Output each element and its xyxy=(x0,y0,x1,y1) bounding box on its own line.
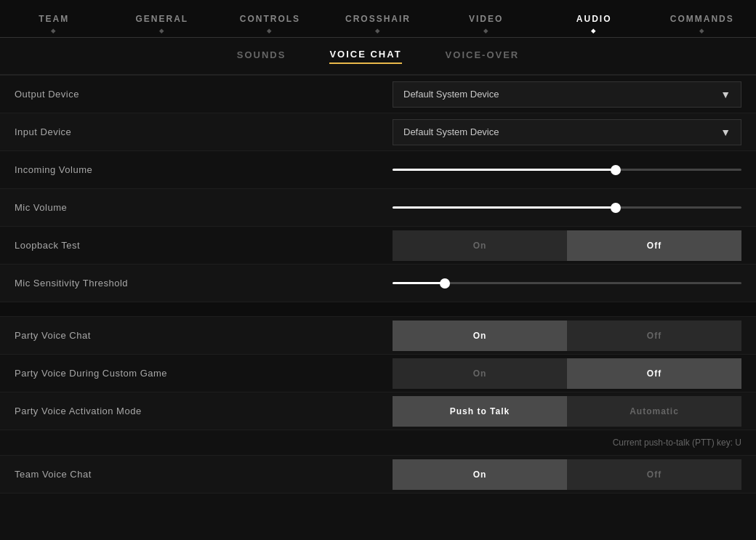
nav-item-team[interactable]: TEAM xyxy=(0,0,108,37)
mic-volume-track xyxy=(393,206,741,209)
nav-item-crosshair[interactable]: CROSSHAIR xyxy=(324,0,433,37)
mic-volume-thumb[interactable] xyxy=(611,203,621,213)
nav-item-general[interactable]: GENERAL xyxy=(108,0,217,37)
output-device-control: Default System Device ▼ xyxy=(393,81,741,108)
party-voice-chat-on-button[interactable]: On xyxy=(393,321,567,351)
party-voice-custom-game-label: Party Voice During Custom Game xyxy=(15,368,393,379)
team-voice-chat-control: On Off xyxy=(393,459,741,490)
ptt-note-row: Current push-to-talk (PTT) key: U xyxy=(0,430,756,456)
party-voice-chat-row: Party Voice Chat On Off xyxy=(0,317,756,355)
output-device-dropdown[interactable]: Default System Device ▼ xyxy=(393,81,741,108)
nav-item-controls[interactable]: CONTROLS xyxy=(216,0,324,37)
party-voice-custom-game-control: On Off xyxy=(393,358,741,389)
automatic-button[interactable]: Automatic xyxy=(567,396,741,427)
loopback-toggle-pair: On Off xyxy=(393,230,741,261)
mic-sensitivity-fill xyxy=(393,282,445,284)
party-voice-custom-game-row: Party Voice During Custom Game On Off xyxy=(0,355,756,392)
party-voice-custom-game-off-button[interactable]: Off xyxy=(567,358,741,389)
section-divider xyxy=(0,302,756,317)
mic-sensitivity-label: Mic Sensitivity Threshold xyxy=(15,278,393,289)
party-voice-chat-label: Party Voice Chat xyxy=(15,330,393,341)
input-device-control: Default System Device ▼ xyxy=(393,119,741,145)
dropdown-arrow-icon-2: ▼ xyxy=(720,126,731,138)
subnav-sounds[interactable]: SOUNDS xyxy=(237,49,286,63)
party-voice-chat-off-button[interactable]: Off xyxy=(567,321,741,351)
input-device-dropdown[interactable]: Default System Device ▼ xyxy=(393,119,741,145)
input-device-value: Default System Device xyxy=(403,126,499,137)
party-voice-activation-row: Party Voice Activation Mode Push to Talk… xyxy=(0,392,756,430)
mic-sensitivity-row: Mic Sensitivity Threshold xyxy=(0,265,756,302)
team-voice-chat-label: Team Voice Chat xyxy=(15,469,393,480)
subnav-voice-over[interactable]: VOICE-OVER xyxy=(446,49,520,63)
input-device-row: Input Device Default System Device ▼ xyxy=(0,113,756,151)
incoming-volume-row: Incoming Volume xyxy=(0,151,756,189)
party-voice-custom-game-on-button[interactable]: On xyxy=(393,358,567,389)
subnav-voice-chat[interactable]: VOICE CHAT xyxy=(329,49,401,64)
loopback-off-button[interactable]: Off xyxy=(567,230,741,261)
incoming-volume-thumb[interactable] xyxy=(611,165,621,175)
incoming-volume-track xyxy=(393,169,741,171)
output-device-value: Default System Device xyxy=(403,89,499,100)
party-voice-chat-toggle-pair: On Off xyxy=(393,321,741,351)
incoming-volume-label: Incoming Volume xyxy=(15,164,393,175)
team-voice-chat-on-button[interactable]: On xyxy=(393,459,567,490)
nav-item-video[interactable]: VIDEO xyxy=(432,0,540,37)
top-navigation: TEAM GENERAL CONTROLS CROSSHAIR VIDEO AU… xyxy=(0,0,756,38)
loopback-on-button[interactable]: On xyxy=(393,230,567,261)
mic-volume-label: Mic Volume xyxy=(15,202,393,213)
loopback-test-label: Loopback Test xyxy=(15,240,393,251)
input-device-label: Input Device xyxy=(15,126,393,137)
sub-navigation: SOUNDS VOICE CHAT VOICE-OVER xyxy=(0,38,756,76)
nav-item-audio[interactable]: AUDIO xyxy=(540,0,648,37)
mic-volume-fill xyxy=(393,206,616,209)
mic-volume-row: Mic Volume xyxy=(0,189,756,227)
incoming-volume-control xyxy=(393,163,741,177)
party-voice-activation-control: Push to Talk Automatic xyxy=(393,396,741,427)
dropdown-arrow-icon: ▼ xyxy=(720,89,731,100)
party-voice-custom-game-toggle-pair: On Off xyxy=(393,358,741,389)
mic-sensitivity-track xyxy=(393,282,741,284)
mic-volume-slider[interactable] xyxy=(393,201,741,215)
team-voice-chat-toggle-pair: On Off xyxy=(393,459,741,490)
push-to-talk-button[interactable]: Push to Talk xyxy=(393,396,567,427)
team-voice-chat-row: Team Voice Chat On Off xyxy=(0,456,756,493)
loopback-test-row: Loopback Test On Off xyxy=(0,227,756,265)
mic-sensitivity-thumb[interactable] xyxy=(440,278,450,289)
mic-sensitivity-control xyxy=(393,276,741,291)
team-voice-chat-off-button[interactable]: Off xyxy=(567,459,741,490)
settings-content: Output Device Default System Device ▼ In… xyxy=(0,76,756,493)
mic-sensitivity-slider[interactable] xyxy=(393,276,741,291)
party-voice-chat-control: On Off xyxy=(393,321,741,351)
nav-item-commands[interactable]: COMMANDS xyxy=(648,0,756,37)
incoming-volume-slider[interactable] xyxy=(393,163,741,177)
loopback-test-control: On Off xyxy=(393,230,741,261)
party-voice-activation-toggle-pair: Push to Talk Automatic xyxy=(393,396,741,427)
mic-volume-control xyxy=(393,201,741,215)
incoming-volume-fill xyxy=(393,169,616,171)
ptt-note-text: Current push-to-talk (PTT) key: U xyxy=(613,438,741,448)
party-voice-activation-label: Party Voice Activation Mode xyxy=(15,406,393,416)
output-device-row: Output Device Default System Device ▼ xyxy=(0,76,756,113)
output-device-label: Output Device xyxy=(15,89,393,100)
